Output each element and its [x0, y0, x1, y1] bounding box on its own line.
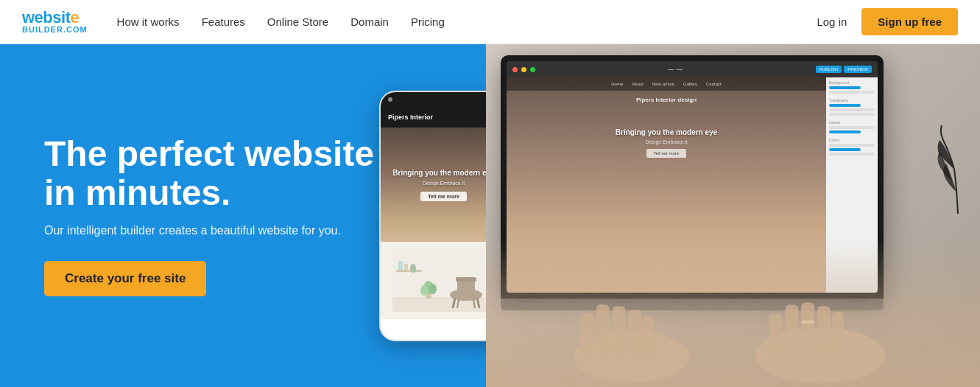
laptop-cta: Tell me more — [646, 149, 686, 158]
sidebar-label-2: Typography — [829, 98, 875, 102]
sidebar-label-4: Colors — [829, 138, 875, 142]
logo-website: website — [22, 10, 88, 26]
hero-section: The perfect website in minutes. Our inte… — [0, 44, 980, 387]
nav-how-it-works[interactable]: How it works — [117, 15, 180, 28]
toolbar-maximize — [530, 67, 535, 72]
svg-rect-20 — [613, 306, 626, 355]
signup-button[interactable]: Sign up free — [861, 8, 958, 35]
laptop-site-header: Pipers Interior design — [636, 97, 697, 106]
svg-rect-22 — [642, 317, 654, 355]
svg-rect-3 — [398, 261, 403, 270]
sidebar-section-3: Layout — [829, 120, 875, 133]
nav-online-store[interactable]: Online Store — [267, 15, 328, 28]
sidebar-control-1 — [829, 86, 861, 89]
laptop-headline: Bringing you the modern eye — [616, 128, 717, 136]
svg-rect-29 — [801, 321, 814, 324]
laptop-site-title: Pipers Interior design — [636, 97, 697, 103]
login-button[interactable]: Log in — [817, 15, 847, 28]
logo[interactable]: website BUILDER.COM — [22, 10, 88, 34]
logo-dot: e — [70, 8, 79, 27]
plant-svg — [936, 66, 980, 214]
svg-rect-19 — [596, 304, 610, 355]
phone-bottom — [381, 242, 486, 319]
svg-rect-21 — [628, 310, 641, 355]
logo-builder: BUILDER.COM — [22, 26, 88, 34]
sidebar-control-7 — [829, 130, 861, 133]
svg-point-16 — [429, 284, 437, 294]
sidebar-control-3 — [829, 104, 861, 107]
phone-headline: Bringing you the modern eye — [392, 168, 486, 178]
laptop-nav-new: New arrival — [652, 82, 674, 86]
hands-overlay — [486, 240, 980, 387]
phone-mockup: ●●● Pipers Interior ☰ Bringing you the m… — [379, 91, 486, 341]
laptop-nav-gallery: Gallery — [683, 82, 697, 86]
sidebar-section-1: Background — [829, 80, 875, 94]
sidebar-section-4: Colors — [829, 138, 875, 156]
sidebar-control-2 — [829, 91, 875, 94]
decorative-plant — [936, 66, 980, 214]
nav-domain[interactable]: Domain — [350, 15, 389, 28]
phone-nav: Pipers Interior ☰ — [381, 107, 486, 128]
sidebar-section-2: Typography — [829, 98, 875, 116]
toolbar-buttons: PUBLISH PREVIEW — [816, 66, 872, 73]
sidebar-control-8 — [829, 144, 875, 147]
laptop-nav-contact: Contact — [706, 82, 722, 86]
sidebar-control-4 — [829, 108, 875, 111]
sidebar-control-10 — [829, 153, 875, 156]
nav-features[interactable]: Features — [202, 15, 245, 28]
svg-rect-27 — [817, 306, 831, 355]
laptop-site-nav: Home About New arrival Gallery Contact — [507, 77, 826, 91]
room-illustration — [392, 249, 487, 312]
laptop-subheadline: Design.Embrace.it — [645, 139, 687, 144]
phone-camera — [388, 97, 392, 102]
svg-point-5 — [410, 264, 416, 273]
sidebar-control-6 — [829, 126, 875, 129]
sidebar-label-3: Layout — [829, 120, 875, 125]
svg-rect-26 — [801, 302, 814, 355]
svg-point-15 — [420, 285, 428, 296]
phone-site-name: Pipers Interior — [388, 114, 433, 121]
phone-cta-button: Tell me more — [420, 192, 467, 201]
cta-button[interactable]: Create your free site — [44, 261, 206, 296]
toolbar-publish: PUBLISH — [816, 66, 842, 73]
sidebar-label-1: Background — [829, 80, 875, 85]
toolbar-url: ⟵ ⟶ — [668, 67, 683, 72]
hero-left-panel: The perfect website in minutes. Our inte… — [0, 44, 486, 387]
laptop-nav-about: About — [632, 82, 644, 86]
phone-subtext: Design.Embrace.it — [423, 181, 465, 186]
toolbar-minimize — [521, 67, 526, 72]
svg-rect-28 — [832, 312, 844, 354]
sidebar-control-5 — [829, 113, 875, 116]
laptop-nav-home: Home — [611, 82, 623, 86]
nav-pricing[interactable]: Pricing — [411, 15, 445, 28]
toolbar-preview: PREVIEW — [844, 66, 872, 73]
svg-rect-24 — [769, 313, 783, 355]
toolbar-close — [512, 67, 518, 72]
nav-right: Log in Sign up free — [817, 8, 958, 35]
svg-rect-12 — [456, 277, 476, 282]
navbar: website BUILDER.COM How it works Feature… — [0, 0, 980, 44]
nav-links: How it works Features Online Store Domai… — [117, 15, 817, 28]
svg-rect-2 — [396, 270, 422, 272]
phone-hero-image: Bringing you the modern eye Design.Embra… — [381, 128, 486, 242]
laptop-toolbar: ⟵ ⟶ PUBLISH PREVIEW — [507, 61, 878, 77]
svg-rect-4 — [404, 264, 408, 270]
sidebar-control-9 — [829, 148, 861, 151]
hero-right-panel: ⟵ ⟶ PUBLISH PREVIEW Home — [486, 44, 980, 387]
hands-svg — [486, 240, 980, 387]
svg-rect-18 — [580, 313, 593, 357]
svg-rect-25 — [786, 304, 799, 355]
phone-statusbar: ●●● — [381, 92, 486, 107]
